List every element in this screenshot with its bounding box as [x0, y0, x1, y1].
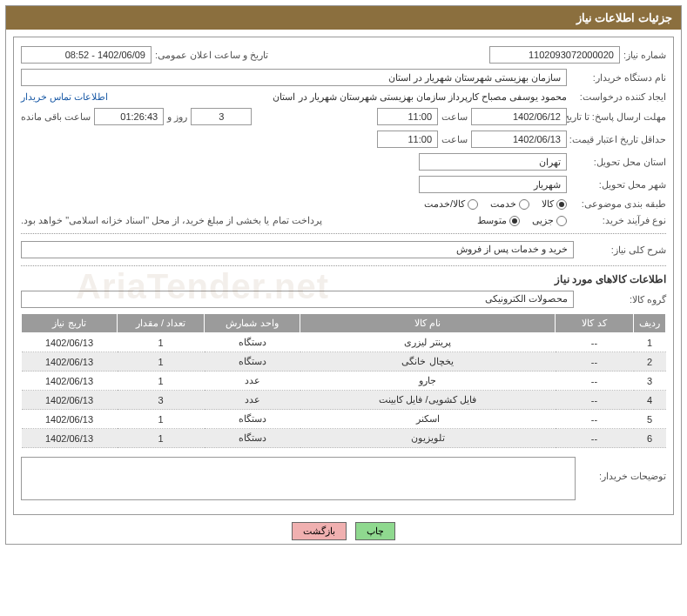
cell-row: 4: [634, 391, 666, 410]
row-min-validity: حداقل تاریخ اعتبار قیمت: تا تاریخ: 1402/…: [21, 131, 666, 148]
subject-radio-group: کالا خدمت کالا/خدمت: [424, 198, 567, 210]
cell-name: فایل کشویی/ فایل کابینت: [300, 391, 556, 410]
cell-name: اسکنر: [300, 410, 556, 429]
panel-title: جزئیات اطلاعات نیاز: [6, 6, 681, 30]
row-purchase-type: نوع فرآیند خرید: جزیی متوسط پرداخت تمام …: [21, 215, 666, 226]
radio-label: جزیی: [532, 215, 554, 226]
th-qty: تعداد / مقدار: [118, 314, 205, 333]
th-name: نام کالا: [300, 314, 556, 333]
cell-qty: 1: [118, 429, 205, 448]
table-row: 6--تلویزیوندستگاه11402/06/13: [22, 429, 666, 448]
field-buyer-org: سازمان بهزیستی شهرستان شهریار در استان: [21, 69, 567, 86]
th-row: ردیف: [634, 314, 666, 333]
field-province: تهران: [419, 153, 567, 171]
field-deadline-date: 1402/06/12: [471, 108, 567, 125]
cell-date: 1402/06/13: [22, 429, 118, 448]
goods-info-title: اطلاعات کالاهای مورد نیاز: [21, 273, 666, 285]
table-row: 4--فایل کشویی/ فایل کابینتعدد31402/06/13: [22, 391, 666, 410]
cell-qty: 1: [118, 372, 205, 391]
cell-date: 1402/06/13: [22, 410, 118, 429]
label-time-remaining: ساعت باقی مانده: [21, 111, 91, 123]
radio-dot-icon: [556, 199, 567, 210]
radio-khedmat[interactable]: خدمت: [490, 198, 529, 210]
cell-code: --: [556, 410, 634, 429]
label-hour-2: ساعت: [441, 134, 468, 145]
radio-partial[interactable]: جزیی: [532, 215, 567, 226]
label-subject-class: طبقه بندی موضوعی:: [570, 198, 666, 210]
row-province: استان محل تحویل: تهران: [21, 153, 666, 171]
payment-note: پرداخت تمام یا بخشی از مبلغ خرید، از محل…: [21, 215, 322, 226]
radio-label: کالا/خدمت: [424, 198, 465, 210]
cell-row: 2: [634, 352, 666, 372]
cell-name: پرینتر لیزری: [300, 333, 556, 352]
cell-code: --: [556, 429, 634, 448]
cell-row: 3: [634, 372, 666, 391]
label-deadline: مهلت ارسال پاسخ: تا تاریخ:: [570, 111, 666, 123]
radio-label: خدمت: [490, 198, 516, 210]
field-need-no: 1102093072000020: [489, 46, 620, 64]
radio-dot-icon: [509, 216, 520, 226]
radio-label: متوسط: [477, 215, 507, 226]
field-goods-group: محصولات الکترونیکی: [21, 291, 574, 308]
radio-dot-icon: [556, 216, 567, 226]
row-city: شهر محل تحویل: شهریار: [21, 176, 666, 193]
divider: [21, 233, 666, 234]
label-requester: ایجاد کننده درخواست:: [570, 91, 666, 103]
cell-code: --: [556, 391, 634, 410]
field-min-validity-hour: 11:00: [377, 131, 438, 148]
field-min-validity-date: 1402/06/13: [471, 131, 567, 148]
cell-name: تلویزیون: [300, 429, 556, 448]
cell-row: 5: [634, 410, 666, 429]
cell-code: --: [556, 372, 634, 391]
cell-code: --: [556, 352, 634, 372]
back-button[interactable]: بازگشت: [292, 522, 347, 540]
cell-unit: عدد: [205, 391, 300, 410]
field-city: شهریار: [419, 176, 567, 193]
radio-label: کالا: [542, 198, 554, 210]
th-code: کد کالا: [556, 314, 634, 333]
label-goods-group: گروه کالا:: [579, 294, 666, 305]
radio-kala[interactable]: کالا: [542, 198, 567, 210]
panel-body: AriaTender.net شماره نیاز: 1102093072000…: [13, 37, 674, 515]
details-panel: جزئیات اطلاعات نیاز AriaTender.net شماره…: [5, 5, 682, 545]
table-header-row: ردیف کد کالا نام کالا واحد شمارش تعداد /…: [22, 314, 666, 333]
cell-qty: 1: [118, 333, 205, 352]
radio-dot-icon: [468, 199, 478, 210]
cell-unit: دستگاه: [205, 352, 300, 372]
radio-medium[interactable]: متوسط: [477, 215, 520, 226]
cell-unit: دستگاه: [205, 333, 300, 352]
print-button[interactable]: چاپ: [355, 522, 395, 540]
table-row: 1--پرینتر لیزریدستگاه11402/06/13: [22, 333, 666, 352]
buyer-contact-link[interactable]: اطلاعات تماس خریدار: [21, 91, 108, 103]
cell-qty: 3: [118, 391, 205, 410]
label-need-no: شماره نیاز:: [623, 50, 666, 61]
field-deadline-hour: 11:00: [377, 108, 438, 125]
radio-dot-icon: [519, 199, 529, 210]
divider: [21, 265, 666, 266]
button-row: چاپ بازگشت: [6, 522, 681, 540]
row-goods-group: گروه کالا: محصولات الکترونیکی: [21, 291, 666, 308]
cell-name: یخچال خانگی: [300, 352, 556, 372]
buyer-notes-box: [21, 457, 576, 500]
label-days-and: روز و: [167, 111, 187, 123]
row-need-number: شماره نیاز: 1102093072000020 تاریخ و ساع…: [21, 46, 666, 64]
table-row: 5--اسکنردستگاه11402/06/13: [22, 410, 666, 429]
row-need-desc: شرح کلی نیاز: خرید و خدمات پس از فروش: [21, 241, 666, 258]
radio-kala-khedmat[interactable]: کالا/خدمت: [424, 198, 478, 210]
field-remaining-days: 3: [191, 108, 252, 125]
purchase-radio-group: جزیی متوسط: [477, 215, 567, 226]
table-row: 2--یخچال خانگیدستگاه11402/06/13: [22, 352, 666, 372]
cell-date: 1402/06/13: [22, 372, 118, 391]
cell-date: 1402/06/13: [22, 391, 118, 410]
label-min-validity: حداقل تاریخ اعتبار قیمت: تا تاریخ:: [570, 134, 666, 145]
label-announce-time: تاریخ و ساعت اعلان عمومی:: [155, 50, 268, 61]
cell-qty: 1: [118, 352, 205, 372]
row-deadline: مهلت ارسال پاسخ: تا تاریخ: 1402/06/12 سا…: [21, 108, 666, 125]
cell-row: 6: [634, 429, 666, 448]
field-remaining-time: 01:26:43: [94, 108, 164, 125]
cell-code: --: [556, 333, 634, 352]
cell-unit: دستگاه: [205, 410, 300, 429]
row-subject-class: طبقه بندی موضوعی: کالا خدمت کالا/خدمت: [21, 198, 666, 210]
cell-unit: عدد: [205, 372, 300, 391]
row-buyer-notes: توضیحات خریدار:: [21, 457, 666, 500]
